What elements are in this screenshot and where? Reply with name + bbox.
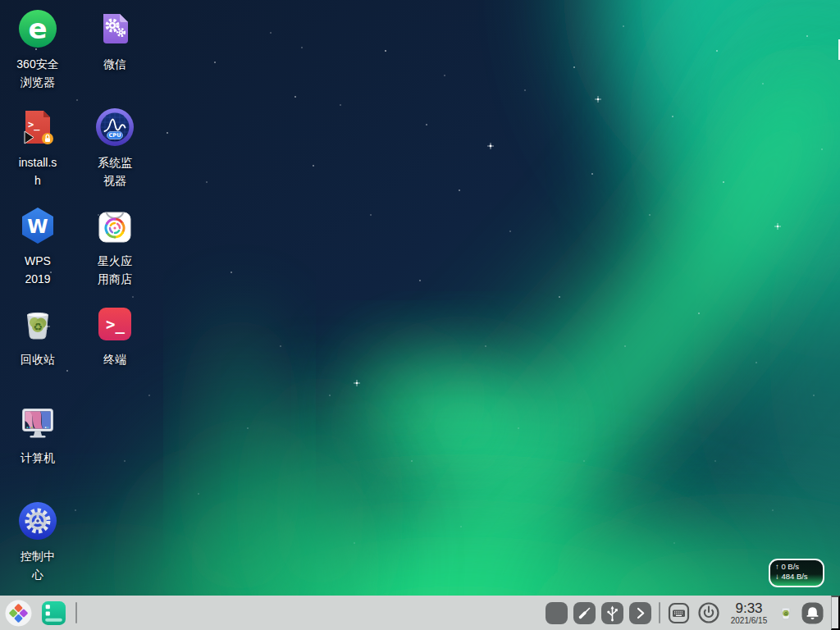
wechat-icon — [95, 9, 135, 48]
launcher-icon — [5, 600, 32, 627]
network-speed-widget[interactable]: ↑ 0 B/s ↓ 484 B/s — [769, 559, 824, 587]
desktop-icon-label: 回收站 — [16, 351, 59, 369]
blank-tray-icon — [546, 602, 568, 624]
desktop-icon-label: 系统监视器 — [94, 154, 136, 189]
download-speed: ↓ 484 B/s — [775, 572, 823, 582]
shutdown-button[interactable] — [697, 601, 720, 624]
desktop-icon-360-browser[interactable]: e 360安全浏览器 — [2, 9, 74, 91]
window-list-icon — [41, 600, 66, 626]
desktop-icon-label: WPS 2019 — [16, 253, 59, 288]
desktop-icon-wps[interactable]: W WPS 2019 — [2, 206, 74, 288]
svg-text:♻: ♻ — [33, 321, 43, 333]
desktop-icon-control-center[interactable]: 控制中心 — [2, 501, 74, 583]
desktop-icon-computer[interactable]: 计算机 — [2, 403, 74, 468]
shell-script-icon: >_ — [18, 107, 57, 147]
brush-icon — [573, 602, 596, 624]
control-center-icon — [18, 501, 57, 541]
svg-text:>_: >_ — [106, 315, 125, 334]
tray-app-button[interactable] — [546, 602, 568, 624]
keyboard-icon — [668, 602, 690, 624]
taskbar-separator — [75, 602, 77, 623]
svg-text:♻: ♻ — [784, 611, 788, 616]
desktop-icon-terminal[interactable]: >_ 终端 — [79, 304, 151, 369]
bell-icon — [801, 602, 824, 624]
clock[interactable]: 9:33 2021/6/15 — [728, 601, 770, 625]
recycle-bin-icon: ♻ — [18, 304, 57, 344]
desktop-icon-install-sh[interactable]: >_ install.sh — [2, 107, 74, 189]
desktop-icon-label: 终端 — [94, 351, 136, 369]
svg-text:e: e — [28, 12, 47, 45]
wps-icon: W — [18, 206, 57, 245]
power-icon — [697, 601, 720, 624]
notification-center-button[interactable] — [801, 602, 824, 624]
chevron-right-icon — [629, 602, 651, 624]
usb-icon — [601, 602, 623, 624]
taskbar: 9:33 2021/6/15 ♻ — [0, 596, 840, 630]
desktop-icon-wechat[interactable]: 微信 — [79, 9, 151, 74]
system-monitor-icon: CPU — [95, 107, 135, 147]
launcher-button[interactable] — [5, 600, 32, 627]
computer-icon — [18, 403, 57, 442]
desktop-icon-label: 计算机 — [16, 450, 59, 468]
desktop-icon-system-monitor[interactable]: CPU 系统监视器 — [79, 107, 151, 189]
desktop: e 360安全浏览器 微信 >_ install.sh — [0, 0, 840, 630]
brush-tray-button[interactable] — [573, 602, 596, 624]
svg-text:W: W — [27, 216, 48, 237]
trash-tray-button[interactable]: ♻ — [778, 605, 794, 621]
svg-text:CPU: CPU — [109, 132, 121, 139]
tray-expand-button[interactable] — [629, 602, 651, 624]
taskbar-separator — [659, 602, 660, 623]
clock-time: 9:33 — [728, 601, 770, 616]
desktop-icon-label: 控制中心 — [16, 548, 59, 583]
desktop-icon-label: install.sh — [16, 154, 59, 189]
clock-date: 2021/6/15 — [728, 616, 770, 625]
system-tray — [546, 602, 651, 624]
taskbar-app-button[interactable] — [41, 600, 66, 626]
desktop-icon-recycle-bin[interactable]: ♻ 回收站 — [2, 304, 74, 369]
spark-store-icon — [95, 206, 135, 245]
svg-text:>_: >_ — [28, 119, 40, 131]
desktop-icon-label: 360安全浏览器 — [16, 56, 59, 91]
usb-tray-button[interactable] — [601, 602, 623, 624]
show-desktop-button[interactable] — [831, 596, 840, 630]
desktop-icon-label: 星火应用商店 — [94, 253, 136, 288]
terminal-icon: >_ — [95, 304, 135, 344]
onboard-keyboard-button[interactable] — [668, 602, 690, 624]
desktop-icon-label: 微信 — [94, 56, 136, 74]
360-browser-icon: e — [18, 9, 57, 48]
upload-speed: ↑ 0 B/s — [775, 562, 823, 572]
trash-icon: ♻ — [778, 605, 794, 621]
desktop-icon-spark-store[interactable]: 星火应用商店 — [79, 206, 151, 288]
